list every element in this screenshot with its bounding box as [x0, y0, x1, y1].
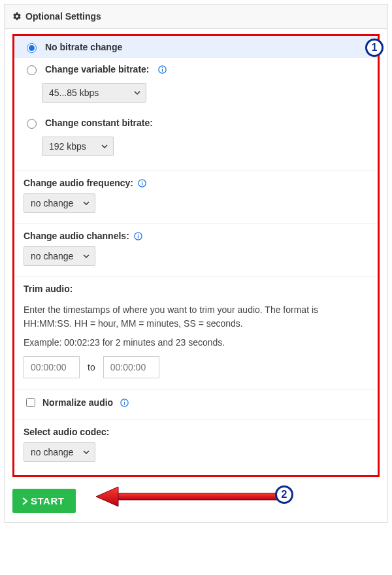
svg-rect-12 [116, 493, 292, 500]
normalize-label: Normalize audio [42, 397, 113, 408]
codec-select[interactable]: no change [24, 442, 95, 462]
trim-label: Trim audio: [24, 284, 73, 294]
start-button-label: START [31, 495, 64, 506]
annotation-badge-2: 2 [275, 485, 293, 504]
bitrate-variable-value: 45...85 kbps [49, 88, 99, 98]
chevron-down-icon [83, 200, 90, 206]
bitrate-no-change-label: No bitrate change [45, 42, 122, 52]
bitrate-variable-radio[interactable] [27, 65, 37, 75]
info-icon[interactable] [120, 398, 129, 408]
trim-to-input[interactable] [103, 356, 159, 378]
frequency-value: no change [31, 198, 73, 208]
bitrate-constant-select[interactable]: 192 kbps [42, 137, 114, 156]
svg-point-2 [161, 67, 162, 67]
bitrate-variable-select[interactable]: 45...85 kbps [42, 83, 146, 103]
bitrate-no-change-radio[interactable] [27, 43, 37, 53]
bitrate-constant-radio[interactable] [27, 119, 37, 129]
svg-point-11 [124, 400, 125, 401]
bitrate-no-change-row[interactable]: No bitrate change [14, 36, 378, 58]
codec-label: Select audio codec: [24, 427, 109, 437]
normalize-checkbox[interactable] [26, 398, 35, 407]
annotation-badge-1: 1 [365, 39, 384, 57]
highlight-region: No bitrate change Change variable bitrat… [12, 34, 380, 477]
svg-point-8 [138, 233, 139, 234]
codec-value: no change [31, 447, 73, 457]
bitrate-constant-row[interactable]: Change constant bitrate: [14, 112, 378, 134]
svg-marker-13 [96, 487, 118, 506]
bitrate-variable-label: Change variable bitrate: [45, 64, 150, 74]
info-icon[interactable] [137, 178, 147, 188]
optional-settings-panel: Optional Settings 1 No bitrate change Ch… [4, 4, 388, 523]
channels-label: Change audio channels: [24, 231, 129, 241]
chevron-down-icon [101, 143, 108, 150]
svg-point-5 [142, 180, 142, 181]
chevron-down-icon [83, 253, 90, 259]
trim-from-input[interactable] [24, 356, 80, 378]
annotation-arrow [96, 485, 305, 508]
bitrate-constant-label: Change constant bitrate: [45, 118, 153, 128]
chevron-right-icon [22, 497, 28, 505]
trim-help-1: Enter the timestamps of where you want t… [24, 303, 368, 331]
trim-to-label: to [88, 362, 95, 372]
trim-help-2: Example: 00:02:23 for 2 minutes and 23 s… [24, 336, 368, 350]
channels-select[interactable]: no change [24, 246, 95, 266]
frequency-label: Change audio frequency: [24, 178, 133, 188]
channels-value: no change [31, 251, 73, 261]
panel-title: Optional Settings [25, 11, 101, 22]
chevron-down-icon [83, 449, 90, 455]
info-icon[interactable] [157, 65, 167, 74]
frequency-select[interactable]: no change [24, 193, 95, 213]
chevron-down-icon [134, 90, 140, 96]
gear-icon [12, 12, 22, 21]
panel-header[interactable]: Optional Settings [5, 5, 387, 29]
bitrate-variable-row[interactable]: Change variable bitrate: [14, 58, 378, 80]
bitrate-constant-value: 192 kbps [49, 141, 86, 152]
info-icon[interactable] [133, 231, 143, 241]
start-button[interactable]: START [12, 489, 76, 513]
